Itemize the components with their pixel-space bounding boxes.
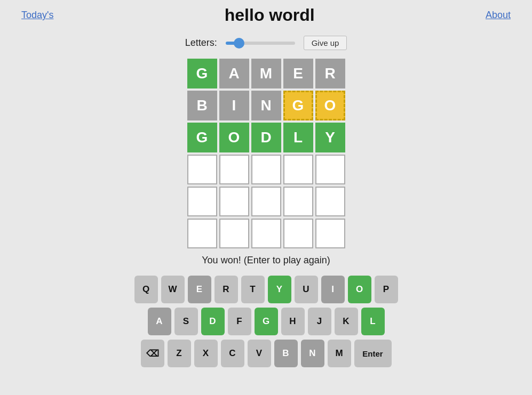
key-d[interactable]: D: [201, 308, 225, 335]
key-x[interactable]: X: [194, 340, 218, 367]
grid-cell-3-2: [251, 155, 281, 184]
key-j[interactable]: J: [308, 308, 331, 335]
give-up-button[interactable]: Give up: [304, 36, 347, 50]
key-k[interactable]: K: [335, 308, 358, 335]
grid-cell-5-0: [187, 219, 217, 248]
grid-cell-4-4: [315, 187, 345, 216]
key-a[interactable]: A: [148, 308, 171, 335]
grid-cell-3-0: [187, 155, 217, 184]
grid-cell-0-1: A: [219, 59, 249, 88]
keyboard-row-1: ASDFGHJKL: [148, 308, 385, 335]
grid-cell-3-1: [219, 155, 249, 184]
grid-cell-4-2: [251, 187, 281, 216]
grid-cell-5-1: [219, 219, 249, 248]
grid-cell-0-3: E: [283, 59, 313, 88]
key-h[interactable]: H: [281, 308, 305, 335]
grid-cell-0-0: G: [187, 59, 217, 88]
key-b[interactable]: B: [274, 340, 298, 367]
key-t[interactable]: T: [241, 276, 265, 303]
grid-container: GAMERBINGOGODLY: [0, 59, 532, 248]
letters-label: Letters:: [185, 37, 217, 49]
key-o[interactable]: O: [348, 276, 371, 303]
key-u[interactable]: U: [295, 276, 318, 303]
keyboard-row-0: QWERTYUIOP: [134, 276, 398, 303]
key-p[interactable]: P: [375, 276, 398, 303]
key-l[interactable]: L: [361, 308, 385, 335]
key-n[interactable]: N: [301, 340, 324, 367]
key-m[interactable]: M: [328, 340, 351, 367]
game-grid: GAMERBINGOGODLY: [187, 59, 345, 248]
keyboard: QWERTYUIOPASDFGHJKL⌫ZXCVBNMEnter: [0, 276, 532, 367]
key-q[interactable]: Q: [134, 276, 158, 303]
todays-link[interactable]: Today's: [21, 10, 53, 21]
win-message: You won! (Enter to play again): [0, 255, 532, 266]
grid-cell-5-2: [251, 219, 281, 248]
grid-cell-4-3: [283, 187, 313, 216]
key-v[interactable]: V: [248, 340, 271, 367]
key-enter[interactable]: Enter: [354, 340, 392, 367]
grid-cell-2-1: O: [219, 123, 249, 152]
key-i[interactable]: I: [321, 276, 345, 303]
grid-cell-2-3: L: [283, 123, 313, 152]
letters-slider[interactable]: [226, 42, 295, 45]
key-f[interactable]: F: [228, 308, 251, 335]
key-c[interactable]: C: [221, 340, 244, 367]
app-title: hello wordl: [225, 5, 315, 25]
key-e[interactable]: E: [188, 276, 211, 303]
grid-cell-4-1: [219, 187, 249, 216]
keyboard-row-2: ⌫ZXCVBNMEnter: [141, 340, 392, 367]
key-s[interactable]: S: [174, 308, 198, 335]
header: Today's hello wordl About: [0, 0, 532, 30]
key-g[interactable]: G: [255, 308, 278, 335]
grid-cell-3-4: [315, 155, 345, 184]
key-w[interactable]: W: [161, 276, 185, 303]
key-backspace[interactable]: ⌫: [141, 340, 164, 367]
grid-cell-2-0: G: [187, 123, 217, 152]
grid-cell-1-4: O: [315, 91, 345, 120]
key-y[interactable]: Y: [268, 276, 291, 303]
grid-cell-2-4: Y: [315, 123, 345, 152]
grid-cell-2-2: D: [251, 123, 281, 152]
grid-cell-5-4: [315, 219, 345, 248]
grid-cell-0-4: R: [315, 59, 345, 88]
about-link[interactable]: About: [486, 10, 511, 21]
grid-cell-1-3: G: [283, 91, 313, 120]
key-r[interactable]: R: [215, 276, 238, 303]
key-z[interactable]: Z: [168, 340, 191, 367]
controls: Letters: Give up: [0, 36, 532, 50]
grid-cell-3-3: [283, 155, 313, 184]
grid-cell-1-1: I: [219, 91, 249, 120]
grid-cell-1-0: B: [187, 91, 217, 120]
grid-cell-4-0: [187, 187, 217, 216]
grid-cell-1-2: N: [251, 91, 281, 120]
grid-cell-5-3: [283, 219, 313, 248]
grid-cell-0-2: M: [251, 59, 281, 88]
